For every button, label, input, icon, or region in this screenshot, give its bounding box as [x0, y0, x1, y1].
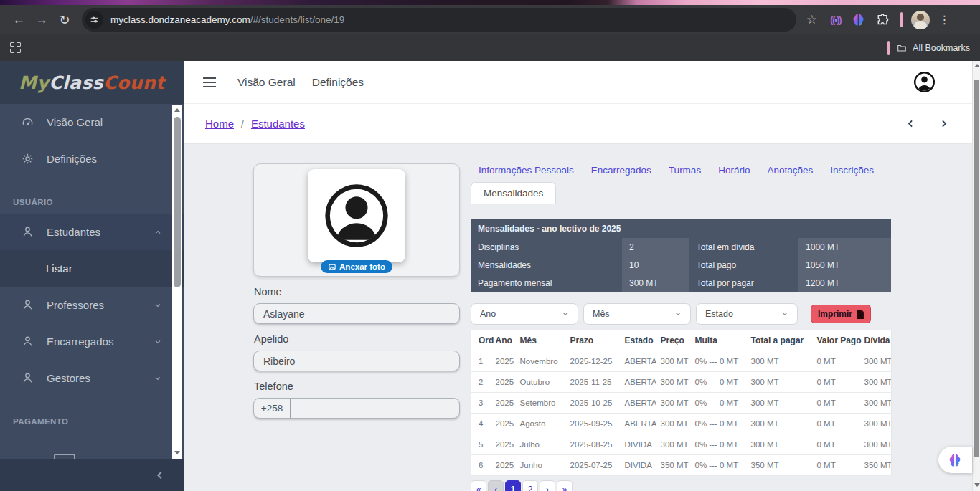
site-settings-icon[interactable]	[85, 11, 103, 29]
table-cell: 2025	[491, 351, 516, 372]
forward-icon[interactable]: →	[30, 9, 53, 31]
page-1[interactable]: 1	[505, 480, 521, 491]
page-first[interactable]: «	[471, 480, 486, 491]
page-next[interactable]: ›	[540, 480, 555, 491]
scroll-up-icon[interactable]	[974, 64, 980, 67]
table-row: 62025Junho2025-07-25DIVIDA350 MT0% --- 0…	[471, 455, 892, 476]
apps-grid-icon[interactable]	[10, 42, 21, 53]
tab-mensalidades[interactable]: Mensalidades	[471, 182, 556, 204]
sidebar-item-label: Definições	[47, 153, 97, 165]
tab-horario[interactable]: Horário	[718, 165, 750, 176]
summary-row: Mensalidades10Total pago1050 MT	[471, 256, 891, 274]
ano-select[interactable]: Ano	[471, 303, 578, 325]
page-2[interactable]: 2	[522, 480, 538, 491]
extensions-puzzle-icon[interactable]	[876, 13, 890, 27]
next-student-icon[interactable]	[939, 119, 948, 128]
address-bar[interactable]: myclass.dondzaneacademy.com/#/students/l…	[82, 8, 796, 32]
pagination: «‹12›»	[471, 480, 891, 491]
topnav-visao-geral[interactable]: Visão Geral	[237, 76, 296, 89]
summary-row: Pagamento mensal300 MTTotal por pagar120…	[471, 274, 891, 292]
table-cell: 350 MT	[656, 455, 691, 476]
table-cell: 300 MT	[656, 434, 691, 455]
sidebar-item-visao-geral[interactable]: Visão Geral	[0, 104, 184, 140]
breadcrumb-estudantes[interactable]: Estudantes	[251, 118, 305, 130]
apelido-input[interactable]	[253, 351, 460, 371]
table-cell: 6	[471, 455, 491, 476]
browser-profile-avatar[interactable]	[911, 11, 930, 29]
table-cell: 300 MT	[747, 434, 813, 455]
brain-icon	[947, 452, 963, 468]
browser-menu-icon[interactable]: ⋮	[938, 13, 950, 27]
tab-turmas[interactable]: Turmas	[669, 165, 701, 176]
mes-select[interactable]: Mês	[583, 303, 691, 325]
print-button[interactable]: Imprimir	[811, 305, 871, 323]
table-cell: 0 MT	[813, 372, 860, 393]
print-label: Imprimir	[818, 309, 852, 319]
column-header: Valor Pago	[813, 330, 860, 351]
column-header: Ano	[491, 330, 516, 351]
image-icon	[328, 263, 336, 271]
summary-label: Disciplinas	[471, 238, 622, 256]
prev-student-icon[interactable]	[906, 119, 915, 128]
page-scroll-thumb[interactable]	[974, 80, 979, 457]
sidebar-item-encarregados[interactable]: Encarregados	[0, 323, 184, 360]
scroll-down-icon[interactable]	[174, 451, 180, 454]
estado-select[interactable]: Estado	[696, 303, 798, 325]
sidebar-item-listar[interactable]: Listar	[0, 250, 184, 287]
page-scrollbar[interactable]	[972, 61, 980, 491]
tab-anotacoes[interactable]: Anotações	[767, 165, 813, 176]
table-cell: 300 MT	[656, 351, 691, 372]
filters-row: Ano Mês Estado Imprimir	[471, 303, 891, 325]
table-cell: 0% --- 0 MT	[691, 393, 747, 414]
page-last[interactable]: »	[557, 480, 573, 491]
student-photo	[308, 169, 405, 262]
tab-inscricoes[interactable]: Inscrições	[830, 165, 874, 176]
table-cell: 2025-10-25	[566, 393, 621, 414]
back-icon[interactable]: ←	[7, 9, 30, 31]
person-icon	[21, 335, 34, 348]
browser-theme-strip	[0, 0, 980, 5]
all-bookmarks-button[interactable]: All Bookmarks	[896, 43, 970, 53]
bookmark-star-icon[interactable]: ☆	[806, 12, 817, 27]
table-cell: 2	[471, 372, 491, 393]
table-cell: 300 MT	[656, 414, 691, 434]
table-cell: 2025-08-25	[566, 434, 621, 455]
table-cell: 2025-09-25	[566, 414, 621, 434]
breadcrumb-home[interactable]: Home	[205, 118, 234, 130]
attach-photo-label: Anexar foto	[339, 262, 385, 271]
assistant-pill[interactable]	[938, 447, 972, 473]
table-cell: ABERTA	[621, 414, 656, 434]
nome-input[interactable]	[253, 303, 460, 324]
breadcrumb-separator: /	[241, 118, 244, 130]
app-logo[interactable]: MyClassCount	[0, 61, 184, 104]
sidebar-item-estudantes[interactable]: Estudantes	[0, 214, 184, 250]
brain-extension-icon[interactable]	[851, 12, 866, 27]
table-cell: 300 MT	[747, 393, 813, 414]
tab-encarregados[interactable]: Encarregados	[591, 165, 651, 176]
user-avatar-icon[interactable]	[913, 71, 936, 93]
sidebar-scrollbar[interactable]	[172, 105, 182, 459]
sidebar-item-gestores[interactable]: Gestores	[0, 360, 184, 396]
collapse-sidebar-icon[interactable]	[155, 470, 165, 480]
scroll-down-icon[interactable]	[974, 483, 980, 487]
page-prev[interactable]: ‹	[488, 480, 504, 491]
sidebar-item-definicoes[interactable]: Definições	[0, 140, 184, 177]
broadcast-extension-icon[interactable]: ((•))	[830, 15, 841, 25]
hamburger-menu-icon[interactable]	[203, 77, 216, 87]
table-cell: 0 MT	[813, 414, 860, 434]
sidebar-scroll-thumb[interactable]	[174, 117, 181, 287]
table-cell: 3	[471, 393, 491, 414]
summary-value: 1000 MT	[798, 238, 891, 256]
column-header: Ord	[471, 330, 491, 351]
table-row: 22025Outubro2025-11-25ABERTA300 MT0% ---…	[471, 372, 892, 393]
table-cell: 300 MT	[656, 372, 691, 393]
tab-informacoes-pessoais[interactable]: Informações Pessoais	[479, 165, 574, 176]
scroll-up-icon[interactable]	[174, 108, 180, 112]
attach-photo-button[interactable]: Anexar foto	[321, 260, 392, 273]
tabs-bar: Mensalidades	[471, 182, 891, 204]
topnav-definicoes[interactable]: Definições	[312, 76, 364, 89]
content-area: Anexar foto Nome Apelido Telefone +258	[184, 144, 980, 491]
telefone-input[interactable]	[291, 399, 459, 418]
sidebar-item-professores[interactable]: Professores	[0, 287, 184, 323]
reload-icon[interactable]: ↻	[53, 9, 76, 31]
